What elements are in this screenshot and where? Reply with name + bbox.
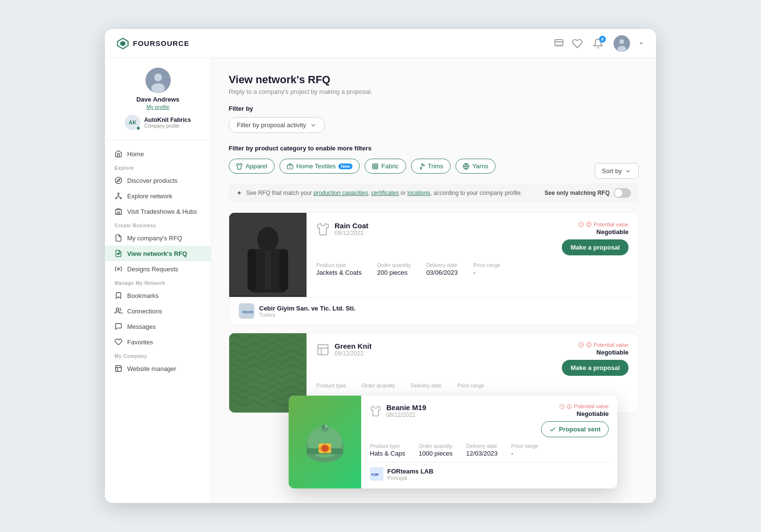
category-pills: Apparel Home Textiles New Fabric bbox=[229, 159, 496, 174]
category-pill-trims[interactable]: Trims bbox=[411, 159, 451, 174]
svg-point-22 bbox=[257, 227, 278, 252]
rfq-card-rain-coat: Rain Coat 09/12/2022 bbox=[229, 212, 639, 325]
my-profile-link[interactable]: My profile bbox=[146, 104, 170, 110]
product-type-label: Product type bbox=[316, 262, 362, 268]
category-pill-fabric[interactable]: Fabric bbox=[365, 159, 406, 174]
trims-label: Trims bbox=[428, 163, 443, 170]
messages-icon[interactable] bbox=[554, 38, 564, 49]
floating-card-main: Beanie M19 08/12/2022 Potentia bbox=[289, 396, 617, 488]
svg-rect-19 bbox=[372, 163, 378, 169]
rfq-negotiable: Negotiable bbox=[597, 228, 629, 236]
filter-dropdown-text: Filter by proposal activity bbox=[237, 121, 306, 129]
floating-delivery-date: Delivery date 12/03/2023 bbox=[466, 443, 498, 457]
production-capacities-link[interactable]: production capacities bbox=[313, 190, 368, 196]
filter-proposal-activity-dropdown[interactable]: Filter by proposal activity bbox=[229, 117, 325, 133]
floating-delivery-date-value: 12/03/2023 bbox=[466, 450, 498, 457]
dropdown-chevron-icon[interactable] bbox=[638, 40, 644, 47]
app-name: FOURSOURCE bbox=[133, 39, 190, 47]
category-pill-apparel[interactable]: Apparel bbox=[229, 159, 275, 174]
filter-by-category-label: Filter by product category to enable mor… bbox=[229, 145, 639, 152]
sidebar-item-my-rfq[interactable]: My company's RFQ bbox=[105, 230, 211, 246]
apparel-icon bbox=[236, 163, 243, 170]
website-icon bbox=[115, 365, 122, 372]
svg-point-11 bbox=[118, 193, 119, 194]
svg-rect-24 bbox=[248, 249, 256, 290]
price-range-label: Price range bbox=[473, 262, 500, 268]
forteams-logo: FOR bbox=[370, 467, 383, 481]
floating-order-qty: Order quantity 1000 pieces bbox=[419, 443, 453, 457]
proposal-sent-label: Proposal sent bbox=[559, 426, 600, 433]
matching-toggle[interactable] bbox=[614, 188, 631, 198]
company-logo-image: monton bbox=[240, 304, 253, 318]
company-details: Cebir Giyim San. ve Tic. Ltd. Sti. Turke… bbox=[259, 305, 355, 318]
fabric-icon bbox=[372, 163, 379, 170]
delivery-date-value: 03/06/2023 bbox=[426, 269, 458, 276]
floating-top: Beanie M19 08/12/2022 Potentia bbox=[370, 403, 609, 437]
sort-by-button[interactable]: Sort by bbox=[595, 163, 639, 179]
coin3-icon bbox=[586, 342, 592, 348]
sidebar-item-explore-network[interactable]: Explore network bbox=[105, 188, 211, 204]
user-avatar[interactable] bbox=[614, 35, 630, 52]
potential-value-2: Potential value bbox=[578, 342, 629, 348]
svg-point-8 bbox=[151, 83, 165, 93]
make-proposal-button-2[interactable]: Make a proposal bbox=[562, 360, 629, 376]
filter-dropdown-chevron bbox=[310, 122, 317, 129]
see-only-matching-label: See only matching RFQ bbox=[544, 190, 610, 196]
notification-badge: 8 bbox=[599, 36, 606, 43]
sort-by-label: Sort by bbox=[602, 167, 622, 175]
rfq-content-rain-coat: Rain Coat 09/12/2022 bbox=[307, 213, 638, 297]
sidebar-item-connections-label: Connections bbox=[127, 308, 162, 315]
potential-value: Potential value bbox=[578, 222, 629, 227]
floating-beanie-image bbox=[289, 396, 361, 488]
sidebar-section-create-business: Create Business bbox=[105, 219, 211, 230]
svg-point-15 bbox=[117, 268, 119, 270]
svg-rect-2 bbox=[555, 39, 563, 45]
sidebar-item-tradeshows[interactable]: Visit Tradeshows & Hubs bbox=[105, 204, 211, 219]
floating-order-qty-value: 1000 pieces bbox=[419, 450, 453, 457]
foursource-logo-icon bbox=[117, 37, 129, 50]
make-proposal-button-1[interactable]: Make a proposal bbox=[562, 239, 629, 255]
sidebar-item-home[interactable]: Home bbox=[105, 146, 211, 162]
company-info: AutoKnit Fabrics Company profile bbox=[144, 117, 191, 129]
sidebar-item-designs-requests[interactable]: Designs Requests bbox=[105, 261, 211, 277]
matching-row: ✦ See RFQ that match your production cap… bbox=[229, 183, 639, 203]
product-type-value: Jackets & Coats bbox=[316, 269, 362, 276]
price-range-value: - bbox=[473, 269, 500, 276]
designs-icon bbox=[115, 265, 122, 273]
avatar-image bbox=[614, 35, 630, 52]
sidebar-item-favorites-label: Favorites bbox=[127, 339, 153, 346]
company-profile-link[interactable]: Company profile bbox=[144, 123, 191, 129]
delivery-date-label-2: Delivery date bbox=[410, 383, 441, 388]
sidebar-item-bookmarks[interactable]: Bookmarks bbox=[105, 288, 211, 303]
favorites-icon[interactable] bbox=[572, 38, 583, 49]
bookmark-icon bbox=[115, 292, 122, 299]
sidebar-item-view-network-rfq[interactable]: View network's RFQ bbox=[105, 246, 211, 261]
apparel-label: Apparel bbox=[246, 163, 267, 170]
category-pill-home-textiles[interactable]: Home Textiles New bbox=[279, 159, 360, 174]
home-textiles-label: Home Textiles bbox=[296, 163, 336, 170]
sidebar-item-connections[interactable]: Connections bbox=[105, 303, 211, 319]
rfq-title-block: Rain Coat 09/12/2022 bbox=[316, 222, 368, 236]
proposal-sent-button[interactable]: Proposal sent bbox=[541, 421, 609, 437]
category-pill-yarns[interactable]: Yarns bbox=[455, 159, 496, 174]
connections-icon bbox=[115, 307, 122, 315]
notifications-button[interactable]: 8 bbox=[590, 36, 606, 51]
rfq-value-block: Potential value Negotiable Make a propos… bbox=[562, 222, 629, 255]
rain-coat-placeholder bbox=[229, 213, 307, 295]
rfq-meta-row-2: Product type Order quantity Delivery dat… bbox=[316, 383, 629, 389]
sidebar-item-messages[interactable]: Messages bbox=[105, 319, 211, 334]
rfq-meta-row: Product type Jackets & Coats Order quant… bbox=[316, 262, 629, 276]
floating-company: FOR FORteams LAB Portugal bbox=[370, 462, 609, 481]
locations-link[interactable]: locations bbox=[408, 190, 430, 196]
sidebar-item-favorites[interactable]: Favorites bbox=[105, 334, 211, 350]
sidebar-item-website-label: Website manager bbox=[127, 365, 176, 372]
product-type-item: Product type Jackets & Coats bbox=[316, 262, 362, 276]
product-type-label-2: Product type bbox=[316, 383, 346, 388]
sidebar-item-website-manager[interactable]: Website manager bbox=[105, 361, 211, 376]
sidebar-item-discover-products[interactable]: Discover products bbox=[105, 173, 211, 188]
rfq-image-rain-coat bbox=[229, 213, 307, 297]
sidebar-section-my-company: My company bbox=[105, 350, 211, 361]
trims-icon bbox=[418, 163, 425, 170]
sidebar-item-view-rfq-label: View network's RFQ bbox=[127, 250, 187, 257]
certificates-link[interactable]: certificates bbox=[371, 190, 399, 196]
